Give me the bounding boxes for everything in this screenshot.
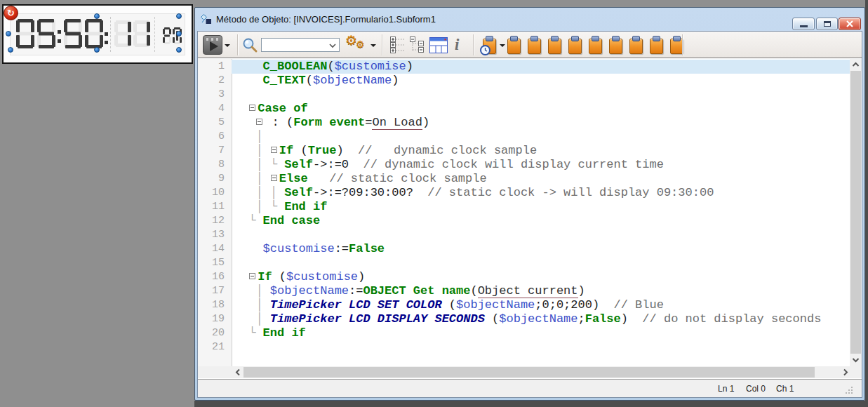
line-number: 11 — [198, 200, 232, 214]
code-line[interactable]: C_BOOLEAN($customise) — [232, 60, 850, 74]
code-line-row: 15 — [198, 256, 850, 270]
code-line-row: 2 C_TEXT($objectName) — [198, 74, 850, 88]
clipboard-clip — [653, 36, 660, 41]
scroll-right-arrow[interactable] — [839, 366, 851, 378]
code-line-row: 20 └ End if — [198, 326, 850, 340]
clipboard-clock-dropdown-arrow[interactable] — [500, 44, 505, 47]
horizontal-scrollbar[interactable] — [198, 366, 862, 378]
code-line[interactable]: Case of — [232, 102, 850, 116]
search-icon[interactable] — [242, 37, 258, 53]
code-line[interactable]: │ If (True) // dynamic clock sample — [232, 144, 850, 158]
line-number: 18 — [198, 298, 232, 312]
code-line[interactable]: │ └ End if — [232, 200, 850, 214]
code-line-row: 19 │ TimePicker LCD DISPLAY SECONDS ($ob… — [198, 312, 850, 326]
code-line-row: 14 $customise:=False — [198, 242, 850, 256]
lcd-digit — [16, 19, 34, 48]
chevron-down-icon[interactable] — [329, 44, 336, 48]
minimize-button[interactable] — [792, 18, 815, 30]
window-title: Método de Objeto: [INVOICES].Formulario1… — [216, 14, 436, 25]
code-line[interactable] — [232, 340, 850, 354]
screen-edge — [194, 401, 868, 407]
code-line[interactable]: $customise:=False — [232, 242, 850, 256]
fold-marker-icon[interactable] — [256, 119, 262, 125]
maximize-button[interactable] — [816, 18, 838, 30]
toolbar-separator — [682, 34, 683, 55]
code-line[interactable]: │ TimePicker LCD DISPLAY SECONDS ($objec… — [232, 312, 850, 326]
code-line[interactable]: : (Form event=On Load) — [232, 116, 850, 130]
code-line[interactable]: │ └ Self->:=0 // dynamic clock will disp… — [232, 158, 850, 172]
lcd-separator — [154, 17, 155, 52]
expand-all-icon[interactable] — [390, 36, 406, 53]
clipboard-macro-button-1[interactable] — [507, 39, 521, 54]
run-method-button[interactable] — [203, 35, 222, 55]
code-line-row: 21 — [198, 340, 850, 354]
selection-handle[interactable] — [94, 13, 100, 19]
info-icon[interactable]: i — [455, 35, 459, 55]
code-line[interactable] — [232, 256, 850, 270]
gears-dropdown-arrow[interactable] — [370, 44, 376, 47]
vertical-scrollbar[interactable] — [850, 59, 862, 366]
fold-marker-icon[interactable] — [271, 147, 277, 153]
run-dropdown-arrow[interactable] — [225, 44, 230, 47]
code-line[interactable]: │ — [232, 130, 850, 144]
code-line-row: 5 : (Form event=On Load) — [198, 116, 850, 130]
scroll-left-arrow[interactable] — [232, 366, 243, 378]
minimize-icon — [800, 25, 808, 27]
scroll-up-arrow[interactable] — [850, 59, 862, 71]
code-line[interactable]: C_TEXT($objectName) — [232, 74, 850, 88]
selection-handle[interactable] — [176, 47, 182, 53]
clipboard-macro-button-8[interactable] — [650, 39, 663, 54]
code-line[interactable]: │ TimePicker LCD SET COLOR ($objectName;… — [232, 298, 850, 312]
toolbar: ⚙ ⚙ — [198, 32, 862, 58]
code-line[interactable]: └ End case — [232, 214, 850, 228]
search-combobox[interactable] — [261, 38, 340, 52]
selection-handle[interactable] — [176, 31, 182, 36]
close-button[interactable] — [839, 18, 861, 30]
code-editor[interactable]: 1 C_BOOLEAN($customise)2 C_TEXT($objectN… — [198, 59, 862, 366]
resize-grip[interactable] — [845, 386, 853, 394]
selection-handle[interactable] — [6, 31, 11, 36]
collapse-all-icon[interactable] — [410, 36, 427, 53]
code-line-row: 6 │ — [198, 130, 850, 144]
line-number: 12 — [198, 214, 232, 228]
code-lines: 1 C_BOOLEAN($customise)2 C_TEXT($objectN… — [198, 60, 850, 354]
code-line[interactable]: │ $objectName:=OBJECT Get name(Object cu… — [232, 284, 850, 298]
method-window-icon — [201, 14, 212, 25]
vertical-scroll-thumb[interactable] — [850, 71, 861, 354]
window-content: ⚙ ⚙ — [197, 31, 862, 398]
clipboard-macro-button-6[interactable] — [609, 39, 622, 54]
fold-marker-icon[interactable] — [249, 105, 255, 111]
form-preview-icon[interactable] — [429, 37, 448, 53]
clipboard-clip — [632, 36, 640, 41]
code-line[interactable]: │ │ Self->:=?09:30:00? // static clock -… — [232, 186, 850, 200]
code-line[interactable] — [232, 88, 850, 102]
code-line-row: 10 │ │ Self->:=?09:30:00? // static cloc… — [198, 186, 850, 200]
clipboard-clock-button[interactable] — [483, 39, 496, 54]
clipboard-macro-button-4[interactable] — [568, 39, 582, 54]
clock-overlay-icon — [480, 45, 490, 55]
clipboard-clip — [612, 36, 620, 41]
selection-handle[interactable] — [8, 47, 13, 53]
status-line: Ln 1 — [718, 384, 734, 394]
code-line-row: 17 │ $objectName:=OBJECT Get name(Object… — [198, 284, 850, 298]
fold-marker-icon[interactable] — [271, 175, 277, 181]
code-line[interactable]: └ End if — [232, 326, 850, 340]
selection-handle[interactable] — [94, 47, 100, 53]
fold-marker-icon[interactable] — [249, 273, 255, 279]
code-line[interactable]: │ Else // static clock sample — [232, 172, 850, 186]
horizontal-scroll-thumb[interactable] — [243, 367, 815, 378]
code-line-row: 12 └ End case — [198, 214, 850, 228]
code-line[interactable]: If ($customise) — [232, 270, 850, 284]
status-column: Col 0 — [746, 384, 766, 394]
selection-handle[interactable] — [176, 13, 182, 19]
titlebar[interactable]: Método de Objeto: [INVOICES].Formulario1… — [195, 8, 864, 31]
code-line[interactable] — [232, 228, 850, 242]
code-line-row: 8 │ └ Self->:=0 // dynamic clock will di… — [198, 158, 850, 172]
scroll-down-arrow[interactable] — [850, 354, 862, 366]
clipboard-macro-button-2[interactable] — [528, 39, 541, 54]
clipboard-macro-button-5[interactable] — [589, 39, 602, 54]
search-input[interactable] — [263, 39, 328, 51]
clipboard-macro-button-7[interactable] — [629, 39, 643, 54]
clipboard-clip — [530, 36, 538, 41]
clipboard-macro-button-3[interactable] — [548, 39, 561, 54]
